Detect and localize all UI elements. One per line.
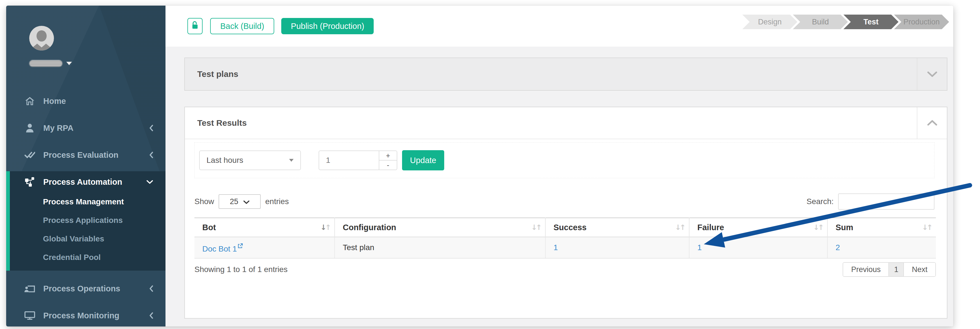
entries-label: entries [265, 197, 289, 206]
cell-success: 1 [545, 237, 689, 258]
content-body: Test plans Test Results [165, 47, 953, 326]
previous-page-button[interactable]: Previous [843, 263, 888, 276]
chevron-left-icon [149, 285, 153, 292]
next-page-button[interactable]: Next [904, 263, 935, 276]
sidebar-subitem-credential-pool[interactable]: Credential Pool [10, 248, 165, 267]
stage-design[interactable]: Design [742, 14, 797, 29]
sum-count-link[interactable]: 2 [835, 243, 840, 252]
column-label: Configuration [343, 223, 396, 232]
main-area: Back (Build) Publish (Production) Design… [165, 6, 953, 326]
sidebar-item-process-evaluation[interactable]: Process Evaluation [6, 144, 165, 166]
column-header-failure[interactable]: Failure ↓↑ [689, 218, 827, 237]
chevron-left-icon [149, 152, 153, 158]
sidebar-subitem-label: Credential Pool [43, 253, 100, 262]
test-results-collapse-toggle[interactable] [917, 107, 947, 139]
user-menu[interactable] [29, 60, 165, 67]
caret-down-icon [66, 62, 72, 65]
stage-test[interactable]: Test [843, 14, 899, 29]
sort-icon: ↓↑ [320, 223, 330, 232]
column-header-sum[interactable]: Sum ↓↑ [827, 218, 936, 237]
cell-sum: 2 [827, 237, 936, 258]
sidebar-item-process-monitoring[interactable]: Process Monitoring [6, 305, 165, 326]
back-build-button[interactable]: Back (Build) [210, 18, 274, 34]
sitemap-icon [24, 177, 36, 187]
sidebar-item-label: Process Evaluation [43, 150, 119, 160]
avatar-body-shape [32, 41, 52, 51]
stage-build[interactable]: Build [793, 14, 848, 29]
sidebar-subitem-label: Process Applications [43, 216, 123, 225]
bot-link[interactable]: Doc Bot 1 [202, 245, 237, 253]
sidebar-item-home[interactable]: Home [6, 90, 165, 112]
sidebar: Home My RPA Process Evaluation [6, 6, 165, 326]
period-select[interactable]: Last hours [199, 150, 301, 170]
stage-breadcrumb: Design Build Test Production [742, 14, 949, 29]
test-plans-title: Test plans [185, 70, 238, 79]
sidebar-item-my-rpa[interactable]: My RPA [6, 117, 165, 139]
decrement-button[interactable]: - [379, 161, 397, 170]
success-count-link[interactable]: 1 [554, 243, 558, 252]
page-size-value: 25 [230, 197, 238, 206]
sidebar-group-process-automation: Process Automation Process Management Pr… [6, 171, 165, 270]
sort-icon: ↓↑ [675, 223, 684, 232]
page-length-control: Show 25 entries [194, 194, 289, 209]
sidebar-subitem-label: Process Management [43, 197, 124, 206]
sidebar-item-label: Process Monitoring [43, 311, 119, 320]
stage-production[interactable]: Production [894, 14, 949, 29]
results-table: Bot ↓↑ Configuration ↓↑ Success [194, 218, 936, 259]
sidebar-subitem-global-variables[interactable]: Global Variables [10, 229, 165, 248]
hours-input[interactable] [318, 150, 379, 170]
test-plans-expand-toggle[interactable] [917, 58, 947, 90]
search-input[interactable] [838, 193, 934, 210]
sidebar-item-label: Process Automation [43, 177, 122, 187]
update-button[interactable]: Update [402, 150, 444, 171]
column-label: Bot [202, 223, 216, 232]
search-control: Search: [807, 193, 935, 210]
sidebar-item-label: My RPA [43, 123, 73, 133]
column-header-configuration[interactable]: Configuration ↓↑ [335, 218, 545, 237]
chevron-left-icon [149, 125, 153, 131]
table-footer: Showing 1 to 1 of 1 entries Previous 1 N… [194, 262, 936, 277]
screenshot-page: Home My RPA Process Evaluation [0, 0, 980, 329]
avatar[interactable] [29, 26, 54, 51]
profile-section [6, 6, 165, 84]
sidebar-subitem-process-management[interactable]: Process Management [10, 193, 165, 211]
cell-bot: Doc Bot 1 [194, 237, 335, 258]
sort-icon: ↓↑ [922, 223, 931, 232]
user-name-redacted [29, 60, 62, 67]
publish-production-button[interactable]: Publish (Production) [281, 18, 374, 34]
monitor-icon [24, 311, 36, 320]
test-results-panel: Test Results Last hours [184, 107, 947, 319]
column-label: Failure [697, 223, 724, 232]
home-icon [24, 96, 36, 106]
search-label: Search: [807, 197, 834, 206]
increment-button[interactable]: + [379, 150, 397, 161]
chevron-up-icon [927, 120, 937, 126]
user-icon [24, 123, 36, 133]
pagination: Previous 1 Next [843, 262, 936, 277]
double-check-icon [24, 151, 36, 159]
test-results-title: Test Results [185, 118, 247, 128]
sidebar-subitem-process-applications[interactable]: Process Applications [10, 211, 165, 229]
table-header-row: Bot ↓↑ Configuration ↓↑ Success [194, 218, 936, 237]
column-header-bot[interactable]: Bot ↓↑ [194, 218, 335, 237]
page-number-button[interactable]: 1 [888, 263, 904, 276]
column-label: Sum [835, 223, 853, 232]
cell-configuration: Test plan [335, 237, 545, 258]
filter-area: Last hours + - Update [194, 142, 934, 178]
sidebar-item-label: Process Operations [43, 284, 120, 293]
sidebar-subitem-label: Global Variables [43, 234, 104, 244]
page-size-select[interactable]: 25 [219, 194, 261, 209]
datatable-controls: Show 25 entries Search: [194, 194, 934, 209]
failure-count-link[interactable]: 1 [697, 243, 702, 252]
topbar: Back (Build) Publish (Production) Design… [165, 6, 953, 47]
period-select-value: Last hours [207, 156, 243, 165]
sidebar-item-process-operations[interactable]: Process Operations [6, 278, 165, 299]
chevron-down-icon [927, 71, 937, 77]
chevron-left-icon [149, 312, 153, 319]
show-label: Show [194, 197, 214, 206]
column-header-success[interactable]: Success ↓↑ [545, 218, 689, 237]
lock-button[interactable] [188, 18, 202, 34]
sidebar-item-process-automation[interactable]: Process Automation [10, 171, 165, 193]
table-row: Doc Bot 1 Test plan 1 1 [194, 237, 936, 258]
test-results-header: Test Results [185, 107, 947, 139]
